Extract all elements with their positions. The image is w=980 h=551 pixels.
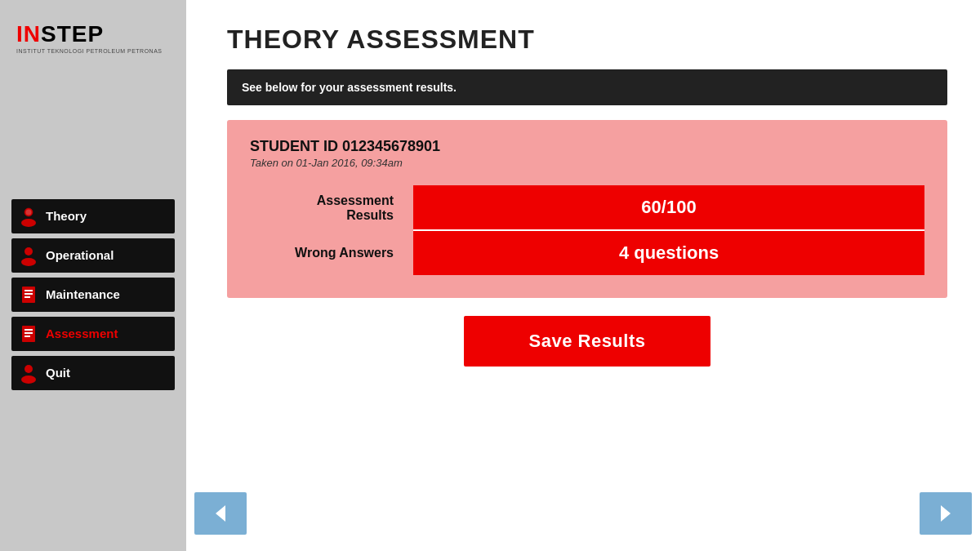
svg-marker-15 xyxy=(216,505,225,522)
svg-marker-16 xyxy=(941,505,951,522)
sidebar-item-theory[interactable]: Theory xyxy=(11,199,175,233)
sidebar: INSTEP Institut Teknologi Petroleum Petr… xyxy=(0,0,186,551)
result-row-wrong: Wrong Answers 4 questions xyxy=(250,231,924,275)
prev-arrow-icon xyxy=(209,502,232,525)
svg-rect-12 xyxy=(24,335,30,337)
result-value-assessment: 60/100 xyxy=(413,185,924,231)
page-title: THEORY ASSESSMENT xyxy=(227,24,947,55)
content-body: THEORY ASSESSMENT See below for your ass… xyxy=(227,24,947,535)
next-arrow-icon xyxy=(934,502,957,525)
prev-button[interactable] xyxy=(194,492,247,535)
doc-icon-maintenance xyxy=(11,278,46,312)
sidebar-item-assessment-label: Assessment xyxy=(46,327,118,340)
svg-point-2 xyxy=(26,209,32,215)
results-card: STUDENT ID 012345678901 Taken on 01-Jan … xyxy=(227,120,947,298)
sidebar-item-assessment[interactable]: Assessment xyxy=(11,317,175,351)
svg-rect-11 xyxy=(24,332,33,334)
logo-step: STEP xyxy=(41,21,104,47)
svg-rect-10 xyxy=(24,329,33,331)
result-label-wrong: Wrong Answers xyxy=(250,231,413,275)
result-label-assessment: AssessmentResults xyxy=(250,185,413,231)
person-icon-theory xyxy=(11,199,46,233)
sidebar-item-operational-label: Operational xyxy=(46,248,114,262)
svg-point-4 xyxy=(21,258,36,266)
save-results-button[interactable]: Save Results xyxy=(464,316,711,367)
svg-point-13 xyxy=(24,365,33,373)
svg-point-14 xyxy=(21,375,36,384)
nav-menu: Theory Operational Maintenance xyxy=(0,70,186,551)
logo-in: IN xyxy=(16,21,41,47)
svg-rect-8 xyxy=(24,296,30,298)
sidebar-item-maintenance-label: Maintenance xyxy=(46,287,120,301)
nav-arrows xyxy=(186,492,980,535)
results-table: AssessmentResults 60/100 Wrong Answers 4… xyxy=(250,185,924,275)
logo-subtitle: Institut Teknologi Petroleum Petronas xyxy=(16,48,163,54)
svg-rect-6 xyxy=(24,290,33,291)
sidebar-item-theory-label: Theory xyxy=(46,209,87,223)
person-icon-operational xyxy=(11,238,46,273)
sidebar-item-operational[interactable]: Operational xyxy=(11,238,175,273)
logo-area: INSTEP Institut Teknologi Petroleum Petr… xyxy=(0,8,179,70)
sidebar-item-quit-label: Quit xyxy=(46,366,70,380)
main-content: THEORY ASSESSMENT See below for your ass… xyxy=(186,0,980,551)
svg-rect-7 xyxy=(24,293,33,295)
svg-point-3 xyxy=(24,247,33,256)
result-row-assessment: AssessmentResults 60/100 xyxy=(250,185,924,231)
info-banner: See below for your assessment results. xyxy=(227,69,947,105)
svg-point-1 xyxy=(21,219,36,227)
taken-on: Taken on 01-Jan 2016, 09:34am xyxy=(250,157,924,169)
sidebar-item-maintenance[interactable]: Maintenance xyxy=(11,278,175,312)
next-button[interactable] xyxy=(920,492,972,535)
person-icon-quit xyxy=(11,356,46,390)
doc-icon-assessment xyxy=(11,317,46,351)
result-value-wrong: 4 questions xyxy=(413,231,924,275)
logo: INSTEP xyxy=(16,23,104,46)
student-id: STUDENT ID 012345678901 xyxy=(250,138,924,155)
sidebar-item-quit[interactable]: Quit xyxy=(11,356,175,390)
